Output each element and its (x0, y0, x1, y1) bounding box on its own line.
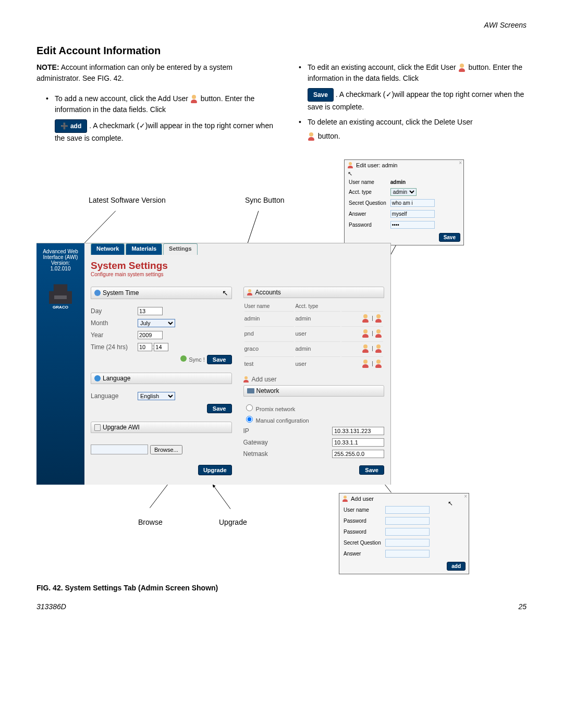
footer-page: 25 (518, 602, 527, 611)
users-icon (247, 289, 253, 295)
ip-input[interactable] (332, 427, 384, 435)
manual-radio[interactable] (246, 416, 253, 423)
upgrade-button[interactable]: Upgrade (198, 465, 232, 475)
note-label: NOTE: (36, 63, 59, 71)
delete-user-icon[interactable] (375, 314, 383, 323)
acct-type-select[interactable]: admin (390, 188, 417, 196)
awi-screenshot: Advanced Web Interface (AWI) Version: 1.… (36, 243, 391, 485)
delete-user-icon[interactable] (375, 344, 383, 353)
delete-user-icon[interactable] (375, 360, 383, 368)
time-save-button[interactable]: Save (207, 355, 232, 364)
page-heading: Edit Account Information (36, 45, 527, 57)
footer-doc: 313386D (36, 602, 66, 611)
network-header: Network (243, 385, 385, 397)
document-icon (94, 424, 101, 431)
system-time-header: System Time ↖ (91, 287, 232, 299)
del-text-1: To delete an existing account, click the… (308, 118, 473, 126)
tab-network[interactable]: Network (91, 243, 125, 255)
netmask-input[interactable] (332, 450, 384, 458)
clock-icon (94, 290, 101, 296)
minute-input[interactable] (154, 343, 168, 351)
section-header: AWI Screens (36, 21, 527, 29)
upgrade-header: Upgrade AWI (91, 422, 232, 433)
accounts-header: Accounts (243, 287, 385, 298)
answer-input[interactable] (390, 210, 435, 218)
promix-radio[interactable] (246, 404, 253, 411)
add-user-icon (243, 376, 250, 382)
settings-subtitle: Configure main system settings (91, 272, 384, 277)
secret-q-input[interactable] (390, 199, 435, 207)
browse-button[interactable]: Browse... (150, 445, 182, 454)
language-header: Language (91, 373, 232, 384)
month-select[interactable]: July (138, 319, 175, 327)
edit-user-icon[interactable] (362, 344, 370, 353)
settings-title: System Settings (91, 260, 384, 272)
password-input[interactable] (390, 221, 435, 229)
edit-user-icon[interactable] (362, 329, 370, 338)
callout-version: Latest Software Version (89, 196, 166, 204)
note-text: Account information can only be entered … (36, 63, 232, 82)
hour-input[interactable] (138, 343, 152, 351)
save-button[interactable]: Save (308, 88, 334, 102)
edit-user-icon (458, 64, 467, 72)
edit-user-icon[interactable] (362, 314, 370, 323)
add-text-3: . A checkmark (✓)will appear in the top … (55, 121, 273, 142)
tab-materials[interactable]: Materials (126, 243, 162, 255)
table-row: pnduser | (244, 326, 384, 340)
language-select[interactable]: English (138, 392, 175, 400)
edit-text-1: To edit an existing account, click the E… (308, 63, 458, 71)
edit-user-icon[interactable] (362, 360, 370, 368)
network-icon (247, 388, 254, 393)
callout-upgrade: Upgrade (219, 518, 247, 526)
day-input[interactable] (138, 307, 163, 315)
right-column: To edit an existing account, click the E… (289, 62, 527, 144)
left-column: NOTE: Account information can only be en… (36, 62, 274, 144)
accounts-table: User nameAcct. type adminadmin | pnduser… (243, 301, 385, 372)
tab-settings[interactable]: Settings (163, 243, 197, 255)
upgrade-path-input[interactable] (91, 445, 148, 454)
table-row: gracoadmin | (244, 341, 384, 355)
delete-user-icon (308, 132, 316, 141)
graco-logo (49, 281, 72, 304)
figure-caption: FIG. 42. System Settings Tab (Admin Scre… (36, 584, 218, 592)
add-pw1-input[interactable] (385, 517, 430, 525)
add-ans-input[interactable] (385, 550, 430, 558)
edit-text-3: . A checkmark (✓)will appear the top rig… (308, 90, 524, 111)
table-row: testuser | (244, 356, 384, 371)
sync-icon[interactable] (180, 355, 187, 362)
user-icon (348, 162, 354, 168)
add-user-link[interactable]: Add user (243, 376, 385, 383)
add-pw2-input[interactable] (385, 528, 430, 536)
popup-add-button[interactable]: add (447, 562, 466, 571)
network-save-button[interactable]: Save (359, 465, 384, 475)
add-user-icon (190, 95, 199, 103)
edit-user-popup: × Edit user: admin ↖ User nameadmin Acct… (344, 159, 464, 245)
table-row: adminadmin | (244, 311, 384, 325)
popup-save-button[interactable]: Save (439, 233, 460, 242)
del-text-2: button. (318, 132, 340, 140)
sidebar: Advanced Web Interface (AWI) Version: 1.… (36, 243, 84, 485)
delete-user-icon[interactable] (375, 329, 383, 338)
lang-save-button[interactable]: Save (207, 404, 232, 413)
svg-line-4 (213, 485, 230, 509)
globe-icon (94, 375, 101, 381)
callout-browse: Browse (138, 518, 163, 526)
user-icon (342, 496, 349, 502)
year-input[interactable] (138, 331, 163, 339)
add-user-popup: × Add user ↖ User name Password Password… (339, 493, 469, 574)
add-button[interactable]: ➕ add (55, 119, 87, 133)
gateway-input[interactable] (332, 438, 384, 447)
callout-sync: Sync Button (245, 196, 285, 204)
close-icon[interactable]: × (464, 493, 467, 499)
add-text-1: To add a new account, click the Add User (55, 94, 190, 103)
add-username-input[interactable] (385, 506, 430, 514)
close-icon[interactable]: × (459, 160, 462, 166)
add-sq-input[interactable] (385, 539, 430, 547)
